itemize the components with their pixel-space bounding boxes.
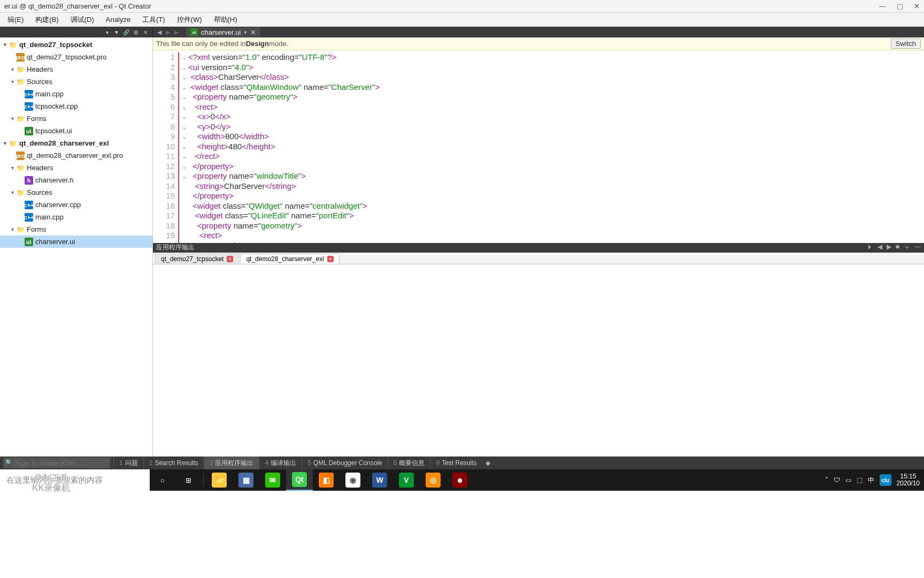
output-minus-icon[interactable]: — [914, 243, 921, 252]
menu-item[interactable]: 构建(B) [30, 13, 64, 26]
fold-icon[interactable]: ⌄ [180, 92, 188, 102]
fold-icon[interactable]: ⌄ [180, 82, 188, 93]
status-pane-button[interactable]: 5 QML Debugger Console [302, 457, 388, 469]
tree-item[interactable]: proqt_demo28_charserver_exl.pro [0, 149, 152, 162]
tree-item[interactable]: ▾Headers [0, 63, 152, 75]
output-stop-icon[interactable]: ■ [896, 243, 899, 252]
tray-chevron-icon[interactable]: ˄ [825, 476, 828, 484]
tree-item[interactable]: hcharserver.h [0, 174, 152, 186]
twisty-icon[interactable]: ▾ [9, 116, 16, 121]
tray-date[interactable]: 2020/10 [897, 480, 920, 487]
menu-item[interactable]: 工具(T) [137, 13, 171, 26]
code-editor[interactable]: 1234567891011121314151617181920212223242… [153, 50, 924, 243]
menu-item[interactable]: 控件(W) [172, 13, 207, 26]
output-tab[interactable]: qt_demo27_tcpsocket× [155, 254, 239, 264]
fold-icon[interactable]: ⌄ [180, 72, 188, 82]
tree-item[interactable]: c++charserver.cpp [0, 199, 152, 211]
menu-item[interactable]: 辑(E) [2, 13, 29, 26]
project-sidebar[interactable]: ▾qt_demo27_tcpsocketproqt_demo27_tcpsock… [0, 37, 153, 457]
status-pane-button[interactable]: 8 Test Results [430, 457, 482, 469]
twisty-icon[interactable]: ▾ [1, 42, 9, 48]
status-pane-button[interactable]: 3 应用程序输出 [204, 457, 259, 469]
cortana-icon[interactable]: ○ [150, 469, 175, 491]
status-pane-button[interactable]: 2 Search Results [143, 457, 204, 469]
editor-tab[interactable]: ui charserver.ui ▾ ✕ [186, 27, 260, 37]
tree-item[interactable]: c++main.cpp [0, 88, 152, 100]
dropdown-icon[interactable]: ▾ [103, 28, 111, 36]
fold-icon[interactable]: ⌄ [180, 171, 188, 181]
fold-icon[interactable]: ⌄ [180, 132, 188, 142]
fold-icon[interactable]: ⌄ [180, 122, 188, 132]
fold-icon[interactable]: ⌄ [180, 112, 188, 122]
app-wechat[interactable]: ✉ [259, 469, 286, 491]
output-next-icon[interactable]: ▶ [887, 243, 891, 252]
taskbar-search[interactable]: 在这里输入你要搜索的内容 [0, 469, 150, 491]
app-calc[interactable]: ▦ [233, 469, 259, 491]
twisty-icon[interactable]: ▾ [9, 66, 16, 72]
tree-item[interactable]: ▾Headers [0, 162, 152, 174]
nav-more-icon[interactable]: ▶ [174, 29, 179, 36]
filter-icon[interactable]: ▼ [113, 28, 120, 36]
output-add-icon[interactable]: ＋ [904, 243, 910, 252]
expand-icon[interactable]: ◆ [486, 459, 490, 467]
status-pane-button[interactable]: 6 概要信息 [388, 457, 430, 469]
tree-item[interactable]: ▾Forms [0, 112, 152, 125]
nav-back-icon[interactable]: ◀ [157, 29, 161, 36]
tree-item[interactable]: ▾qt_demo27_tcpsocket [0, 39, 152, 51]
fold-icon[interactable]: ⌄ [180, 102, 188, 112]
status-pane-button[interactable]: 4 编译输出 [259, 457, 302, 469]
split-icon[interactable]: ⊞ [132, 28, 140, 36]
app-reader[interactable]: ◧ [313, 469, 340, 491]
twisty-icon[interactable]: ▾ [1, 140, 9, 146]
output-prev-icon[interactable]: ◀ [877, 243, 882, 252]
tree-item[interactable]: ▾Forms [0, 223, 152, 235]
taskview-icon[interactable]: ⊞ [175, 469, 201, 491]
link-icon[interactable]: 🔗 [122, 28, 130, 36]
close-pane-icon[interactable]: ✕ [142, 28, 149, 36]
app-chrome[interactable]: ◉ [340, 469, 366, 491]
close-icon[interactable]: × [327, 256, 334, 262]
tray-network-icon[interactable]: ⬚ [857, 476, 863, 484]
locator-input[interactable] [3, 458, 110, 468]
tree-item[interactable]: c++tcpsocket.cpp [0, 100, 152, 112]
minimize-button[interactable]: — [879, 2, 886, 10]
fold-icon[interactable]: ⌄ [180, 142, 188, 152]
app-word[interactable]: W [366, 469, 393, 491]
twisty-icon[interactable]: ▾ [9, 226, 16, 232]
close-icon[interactable]: × [227, 256, 233, 262]
menu-item[interactable]: Analyze [101, 14, 136, 25]
fold-column[interactable]: ⌄⌄⌄⌄⌄⌄⌄⌄⌄⌄⌄⌄⌄ [180, 50, 188, 243]
close-button[interactable]: ✕ [914, 2, 920, 10]
tree-item[interactable]: uicharserver.ui [0, 235, 152, 248]
fold-icon[interactable]: ⌄ [180, 63, 188, 73]
output-body[interactable] [153, 264, 924, 457]
status-pane-button[interactable]: 1 问题 [113, 457, 143, 469]
fold-icon[interactable]: ⌄ [180, 52, 188, 63]
app-qtcreator[interactable]: Qt [286, 469, 313, 491]
tree-item[interactable]: ▾Sources [0, 186, 152, 199]
twisty-icon[interactable]: ▾ [9, 189, 16, 195]
code-content[interactable]: <?xml version="1.0" encoding="UTF-8"?><u… [188, 50, 924, 243]
switch-mode-button[interactable]: Switch [891, 39, 921, 49]
nav-fwd-icon[interactable]: ▶ [166, 29, 170, 36]
editor-tab-close-icon[interactable]: ✕ [250, 28, 256, 36]
app-explorer[interactable]: 📁 [206, 469, 233, 491]
app-vim[interactable]: V [393, 469, 420, 491]
tree-item[interactable]: ▾Sources [0, 75, 152, 88]
output-tab[interactable]: qt_demo28_charserver_exl× [240, 254, 339, 264]
tray-battery-icon[interactable]: ▭ [845, 476, 851, 484]
fold-icon[interactable]: ⌄ [180, 162, 188, 172]
twisty-icon[interactable]: ▾ [9, 79, 16, 85]
tree-item[interactable]: c++main.cpp [0, 211, 152, 223]
app-redcircle[interactable]: ☻ [446, 469, 473, 491]
tray-ime[interactable]: 中 [868, 476, 874, 485]
menu-item[interactable]: 帮助(H) [209, 13, 243, 26]
output-filter-icon[interactable]: ⏵ [867, 243, 873, 252]
maximize-button[interactable]: ▢ [897, 2, 903, 10]
app-orange[interactable]: ◎ [420, 469, 446, 491]
tray-clu-icon[interactable]: clu [880, 474, 891, 486]
fold-icon[interactable]: ⌄ [180, 151, 188, 162]
tray-security-icon[interactable]: 🛡 [834, 476, 840, 484]
menu-item[interactable]: 调试(D) [65, 13, 99, 26]
twisty-icon[interactable]: ▾ [9, 165, 16, 171]
